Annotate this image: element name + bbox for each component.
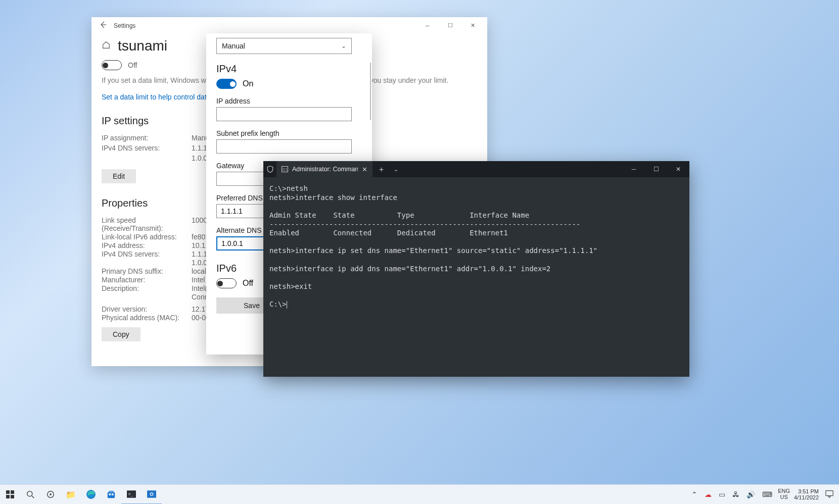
ip-address-label: IP address: [216, 97, 362, 105]
folder-icon: 📁: [66, 490, 76, 499]
tray-clock[interactable]: 3:51 PM 4/11/2022: [794, 488, 819, 500]
terminal-tab[interactable]: C:\ Administrator: Command Prompt ✕: [276, 161, 372, 177]
terminal-body[interactable]: C:\>netsh netsh>interface show interface…: [263, 177, 689, 377]
svg-rect-11: [112, 493, 114, 495]
network-name: tsunami: [118, 38, 167, 54]
back-button[interactable]: [95, 21, 112, 30]
ipv4-heading: IPv4: [216, 63, 362, 75]
ipv4-toggle-label: On: [243, 79, 253, 88]
tab-dropdown-icon[interactable]: ⌄: [390, 166, 402, 173]
edit-button[interactable]: Edit: [102, 169, 136, 183]
arrow-left-icon: [99, 21, 107, 29]
prop-key: Description:: [102, 284, 192, 292]
subnet-label: Subnet prefix length: [216, 129, 362, 137]
copy-button[interactable]: Copy: [102, 327, 141, 341]
taskbar-edge[interactable]: [81, 485, 101, 505]
tray-language[interactable]: ENG US: [778, 488, 790, 500]
settings-app-icon: [147, 490, 156, 498]
search-button[interactable]: [20, 485, 40, 505]
prop-key: [102, 259, 192, 267]
terminal-maximize[interactable]: ☐: [645, 161, 667, 177]
tray-onedrive-icon[interactable]: ☁: [703, 490, 713, 498]
task-view-icon: [46, 490, 55, 499]
new-tab-button[interactable]: ＋: [372, 165, 390, 174]
clock-time: 3:51 PM: [794, 488, 819, 494]
cmd-icon: C:\: [282, 166, 288, 172]
svg-line-5: [32, 496, 34, 498]
lang-secondary: US: [778, 494, 790, 500]
svg-rect-14: [147, 490, 156, 497]
store-icon: [107, 490, 116, 499]
clock-date: 4/11/2022: [794, 494, 819, 500]
metered-toggle[interactable]: [102, 60, 122, 70]
taskbar-store[interactable]: [101, 485, 121, 505]
svg-rect-0: [6, 490, 10, 494]
window-title: Settings: [114, 22, 135, 29]
system-tray: ⌃ ☁ ▭ 🖧 🔊 ⌨ ENG US 3:51 PM 4/11/2022: [690, 488, 839, 500]
metered-toggle-label: Off: [128, 61, 137, 69]
windows-icon: [6, 490, 14, 498]
chevron-down-icon: ⌄: [341, 42, 346, 49]
prop-key: Link speed (Receive/Transmit):: [102, 216, 192, 232]
svg-rect-16: [826, 490, 833, 495]
terminal-tab-title: Administrator: Command Prompt: [292, 166, 358, 173]
svg-rect-9: [108, 492, 115, 498]
ipv6-toggle-label: Off: [243, 279, 253, 288]
terminal-tabbar: C:\ Administrator: Command Prompt ✕ ＋ ⌄ …: [263, 161, 689, 177]
taskbar-terminal[interactable]: >_: [121, 485, 142, 505]
edge-icon: [86, 489, 96, 499]
maximize-button[interactable]: ☐: [439, 18, 461, 33]
home-icon[interactable]: [102, 40, 111, 52]
tray-meet-icon[interactable]: ▭: [717, 490, 727, 498]
minimize-button[interactable]: ─: [416, 18, 439, 33]
svg-rect-10: [109, 493, 111, 495]
tray-network-icon[interactable]: 🖧: [731, 490, 741, 498]
prop-key: Physical address (MAC):: [102, 314, 192, 322]
settings-titlebar[interactable]: Settings ─ ☐ ✕: [91, 17, 487, 34]
taskbar: 📁 >_ ⌃ ☁ ▭ 🖧 🔊 ⌨ ENG US 3:51 PM 4/1: [0, 484, 839, 504]
terminal-close[interactable]: ✕: [667, 161, 689, 177]
ip-mode-dropdown[interactable]: Manual ⌄: [216, 38, 352, 54]
tray-notifications[interactable]: [823, 489, 836, 500]
scrollbar[interactable]: [370, 63, 371, 120]
start-button[interactable]: [0, 485, 20, 505]
terminal-window: C:\ Administrator: Command Prompt ✕ ＋ ⌄ …: [263, 161, 689, 377]
svg-point-7: [50, 493, 52, 495]
close-button[interactable]: ✕: [461, 18, 484, 33]
tray-keyboard-icon[interactable]: ⌨: [761, 490, 774, 498]
prop-key: Primary DNS suffix:: [102, 267, 192, 275]
terminal-minimize[interactable]: ─: [623, 161, 645, 177]
tray-volume-icon[interactable]: 🔊: [745, 490, 757, 498]
dns-servers-label: IPv4 DNS servers:: [102, 144, 192, 152]
search-icon: [26, 490, 35, 499]
svg-point-4: [27, 491, 32, 496]
task-view-button[interactable]: [40, 485, 61, 505]
taskbar-file-explorer[interactable]: 📁: [61, 485, 81, 505]
tab-close-icon[interactable]: ✕: [362, 166, 367, 173]
svg-rect-3: [11, 495, 14, 498]
prop-key: IPv4 DNS servers:: [102, 250, 192, 258]
svg-text:>_: >_: [128, 491, 133, 496]
prop-key: Driver version:: [102, 305, 192, 313]
taskbar-settings[interactable]: [142, 485, 162, 505]
prop-key: [102, 293, 192, 301]
svg-rect-2: [6, 495, 10, 498]
ipv4-toggle[interactable]: [216, 79, 237, 89]
ipv6-toggle[interactable]: [216, 278, 237, 288]
subnet-input[interactable]: [216, 139, 352, 154]
prop-key: Manufacturer:: [102, 276, 192, 284]
terminal-icon: >_: [127, 490, 136, 498]
ip-assignment-label: IP assignment:: [102, 134, 192, 142]
notification-icon: [825, 489, 834, 498]
shield-icon: [263, 166, 276, 173]
ip-address-input[interactable]: [216, 107, 352, 121]
tray-overflow-icon[interactable]: ⌃: [690, 490, 699, 498]
prop-key: IPv4 address:: [102, 241, 192, 249]
ip-mode-value: Manual: [222, 42, 245, 50]
svg-rect-1: [11, 490, 14, 494]
prop-key: Link-local IPv6 address:: [102, 233, 192, 241]
